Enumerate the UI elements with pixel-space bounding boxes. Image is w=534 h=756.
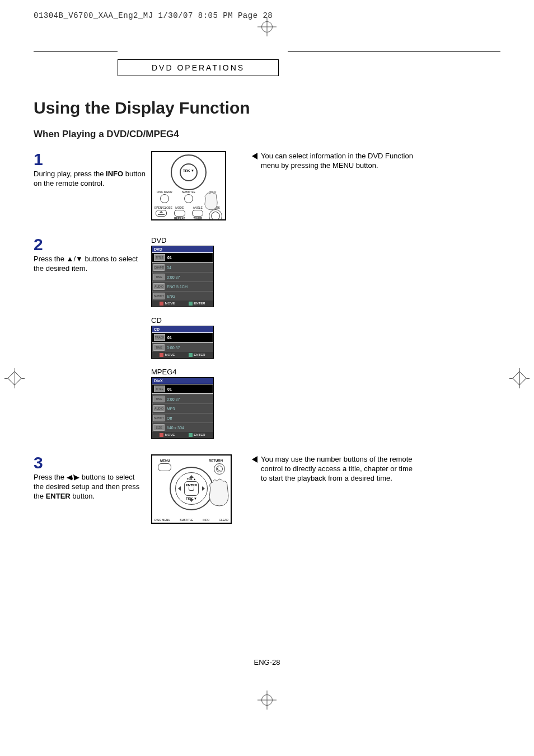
subtitle-icon: SUBTITLE [153, 293, 165, 299]
step-text: Press the ▲/▼ buttons to select the desi… [34, 254, 146, 273]
arrow-up-icon [189, 475, 194, 478]
crop-mark-right [509, 372, 530, 385]
mode-repeat-button: MODEREPEAT [172, 206, 187, 220]
osd-row-chapter: CHAPTER04 [152, 262, 213, 272]
menu-label: MENU [160, 459, 170, 462]
step-3: 3 Press the ◀/▶ buttons to select the de… [34, 454, 500, 524]
text: During play, press the [34, 170, 106, 178]
bold-text: INFO [106, 170, 123, 178]
title-icon: TITLE [154, 386, 165, 392]
info-button: INFO [204, 190, 222, 203]
open-close-button: OPEN/CLOSE [154, 206, 168, 220]
osd-row-title: TITLE01 [152, 252, 213, 262]
crop-mark-bottom [261, 694, 273, 706]
osd-header: CD [152, 326, 213, 332]
step-2: 2 Press the ▲/▼ buttons to select the de… [34, 236, 500, 439]
osd-dvd: DVD TITLE01 CHAPTER04 TIME0:00:37 AUDIOE… [151, 246, 214, 307]
step-1: 1 During play, press the INFO button on … [34, 151, 500, 220]
note-pointer-icon [252, 153, 257, 159]
chapter-icon: CHAPTER [153, 264, 165, 271]
osd-row-time: TIME0:00:37 [152, 272, 213, 281]
disc-menu-label: DISC MENU [154, 518, 170, 522]
page-subtitle: When Playing a DVD/CD/MPEG4 [34, 129, 500, 140]
step-text: Press the ◀/▶ buttons to select the desi… [34, 472, 146, 501]
enter-button: ENTER [184, 481, 199, 496]
osd-label-mpeg4: MPEG4 [151, 368, 235, 376]
audio-icon: AUDIO [153, 405, 165, 412]
size-icon: SIZE [153, 424, 165, 431]
arrow-left-icon [178, 486, 181, 491]
step-text: During play, press the INFO button on th… [34, 169, 146, 188]
osd-row-time: TIME0:00:37 [152, 342, 213, 352]
clock-icon: TIME [153, 396, 165, 402]
subtitle-label: SUBTITLE [180, 518, 193, 522]
crop-mark-left [4, 372, 25, 385]
crop-mark-top [261, 21, 273, 32]
osd-row-audio: AUDIOMP3 [152, 403, 213, 413]
osd-header: DivX [152, 378, 213, 384]
rule-left [34, 51, 118, 52]
osd-row-track: TRACK01 [152, 332, 213, 342]
text: Press the [34, 255, 67, 263]
osd-label-cd: CD [151, 316, 235, 325]
subtitle-button: SUBTITLE [180, 190, 198, 203]
step-number: 3 [34, 454, 146, 471]
text: Press the [34, 473, 67, 481]
return-label: RETURN [209, 459, 223, 462]
osd-mpeg4: DivX TITLE01 TIME0:00:37 AUDIOMP3 SUBTIT… [151, 377, 214, 439]
menu-button [158, 463, 171, 471]
arrow-symbols: ◀/▶ [67, 473, 80, 481]
rule-right [288, 51, 500, 52]
section-header: DVD OPERATIONS [118, 59, 279, 76]
osd-footer: MOVEENTER [152, 300, 213, 307]
arrow-down-icon [189, 499, 194, 502]
osd-header: DVD [152, 246, 213, 252]
dpad-icon [171, 154, 207, 190]
clock-icon: TIME [153, 344, 165, 351]
page-number: ENG-28 [254, 658, 280, 666]
track-icon: TRACK [154, 334, 165, 341]
osd-row-subtitle: SUBTITLEENG [152, 291, 213, 300]
trk-label: TRK ▼ [183, 169, 194, 172]
osd-row-title: TITLE01 [152, 384, 213, 394]
note-pointer-icon [252, 456, 257, 463]
osd-footer: MOVEENTER [152, 352, 213, 358]
subtitle-icon: SUBTITLE [153, 415, 165, 421]
text: button. [71, 492, 95, 500]
bold-text: ENTER [46, 492, 71, 500]
angle-timer-button: ANGLETIMER [190, 206, 205, 220]
page-title: Using the Display Function [34, 98, 500, 118]
note-text: You may use the number buttons of the re… [261, 454, 420, 483]
remote-top-illustration: TRK ▼ DISC MENU SUBTITLE INFO OPEN/CLOSE… [151, 151, 226, 220]
osd-row-time: TIME0:00:37 [152, 394, 213, 403]
info-label: INFO [203, 518, 209, 522]
osd-row-audio: AUDIOENG 5.1CH [152, 281, 213, 291]
disc-menu-button: DISC MENU [156, 190, 174, 203]
remote-dpad-illustration: MENU RETURN TRK ▲ TRK ▼ ENTER [151, 454, 232, 524]
hand-press-icon [205, 475, 232, 508]
title-icon: TITLE [154, 254, 165, 261]
step-number: 1 [34, 151, 146, 168]
osd-label-dvd: DVD [151, 236, 235, 245]
audio-icon: AUDIO [153, 283, 165, 290]
osd-row-subtitle: SUBTITLEOff [152, 413, 213, 422]
note-text: You can select information in the DVD Fu… [261, 151, 420, 170]
arrow-symbols: ▲/▼ [67, 255, 83, 263]
osd-footer: MOVEENTER [152, 432, 213, 438]
return-button [214, 463, 225, 475]
step-number: 2 [34, 236, 146, 253]
mark-button: MARK [209, 206, 223, 220]
osd-cd: CD TRACK01 TIME0:00:37 MOVEENTER [151, 326, 214, 359]
osd-row-size: SIZE640 x 304 [152, 422, 213, 432]
clock-icon: TIME [153, 274, 165, 280]
clear-label: CLEAR [219, 518, 228, 522]
